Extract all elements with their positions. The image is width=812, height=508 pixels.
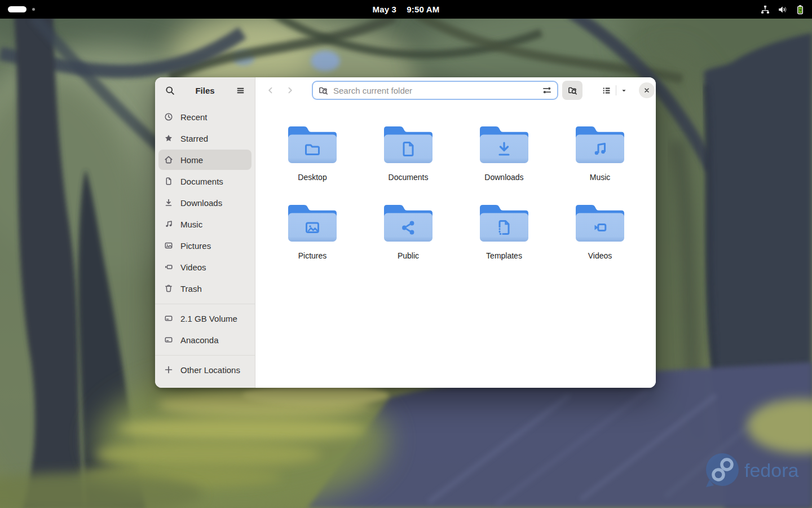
list-view-button[interactable] <box>597 86 616 95</box>
file-label: Templates <box>486 251 522 261</box>
workspace-pill-active[interactable] <box>8 6 27 12</box>
clock-date: May 3 <box>372 5 396 14</box>
folder-search-icon <box>568 86 577 95</box>
clock-icon <box>164 112 173 121</box>
image-icon <box>164 241 173 250</box>
search-filter-icon[interactable] <box>542 85 552 95</box>
sidebar-item-label: Music <box>180 220 202 229</box>
file-grid: Desktop Documents Downloads Music Pictur… <box>255 103 656 388</box>
app-title: Files <box>195 86 214 95</box>
file-label: Desktop <box>298 173 326 182</box>
close-button[interactable] <box>639 82 655 98</box>
clock[interactable]: May 3 9:50 AM <box>372 5 439 14</box>
folder-template-icon <box>477 201 531 244</box>
sidebar-separator <box>155 355 255 356</box>
workspace-dot[interactable] <box>32 8 35 11</box>
sidebar-separator <box>155 304 255 304</box>
header-bar <box>255 77 656 103</box>
home-icon <box>164 155 173 164</box>
view-menu-button[interactable] <box>616 87 632 94</box>
sidebar-item-label: Home <box>180 155 203 165</box>
back-button[interactable] <box>261 81 280 100</box>
battery-charging-icon <box>795 5 805 15</box>
file-music[interactable]: Music <box>552 122 648 182</box>
sidebar-list: RecentStarredHomeDocumentsDownloadsMusic… <box>155 103 255 388</box>
sidebar-item-label: Other Locations <box>180 365 240 375</box>
sidebar-item-label: 2.1 GB Volume <box>180 314 237 323</box>
file-pictures[interactable]: Pictures <box>264 201 360 261</box>
svg-text:fedora: fedora <box>744 459 798 481</box>
sidebar-item-label: Documents <box>180 177 223 186</box>
file-label: Music <box>590 173 611 182</box>
file-label: Public <box>398 251 419 261</box>
file-videos[interactable]: Videos <box>552 201 648 261</box>
file-label: Documents <box>389 173 429 182</box>
sidebar-item-anaconda[interactable]: Anaconda <box>158 330 251 350</box>
sidebar-item-label: Downloads <box>180 198 222 208</box>
close-icon <box>643 86 651 94</box>
workspace-indicator[interactable] <box>8 6 35 12</box>
star-icon <box>164 134 173 143</box>
sidebar-item-trash[interactable]: Trash <box>158 278 251 299</box>
file-downloads[interactable]: Downloads <box>456 122 552 182</box>
clock-time: 9:50 AM <box>407 5 439 14</box>
folder-image-icon <box>285 201 339 244</box>
forward-button[interactable] <box>280 81 299 100</box>
search-entry[interactable] <box>312 81 558 100</box>
sidebar-item-recent[interactable]: Recent <box>158 107 251 127</box>
file-label: Downloads <box>484 173 523 182</box>
sidebar-item-pictures[interactable]: Pictures <box>158 235 251 256</box>
search-button[interactable] <box>164 84 176 97</box>
files-window: Files <box>155 77 656 388</box>
sidebar-item-label: Videos <box>180 262 206 272</box>
sidebar-item-home[interactable]: Home <box>158 150 251 170</box>
sidebar-header: Files <box>155 77 255 103</box>
top-bar: May 3 9:50 AM <box>0 0 812 19</box>
sidebar-item-2-1-gb-volume[interactable]: 2.1 GB Volume <box>158 308 251 329</box>
file-documents[interactable]: Documents <box>360 122 456 182</box>
file-public[interactable]: Public <box>360 201 456 261</box>
sidebar-item-music[interactable]: Music <box>158 214 251 234</box>
folder-document-icon <box>381 122 435 165</box>
file-desktop[interactable]: Desktop <box>264 122 360 182</box>
view-options <box>597 81 632 100</box>
file-label: Pictures <box>298 251 327 261</box>
chevron-down-icon <box>620 87 628 94</box>
document-icon <box>164 177 173 186</box>
download-icon <box>164 198 173 207</box>
chevron-left-icon <box>266 86 275 95</box>
drive-icon <box>164 335 173 344</box>
sidebar-item-downloads[interactable]: Downloads <box>158 192 251 213</box>
volume-icon <box>778 5 788 15</box>
sidebar-item-other-locations[interactable]: Other Locations <box>158 360 251 380</box>
trash-icon <box>164 284 173 293</box>
sidebar-item-label: Pictures <box>180 241 211 251</box>
network-icon <box>760 5 770 15</box>
folder-search-icon <box>319 86 328 95</box>
sidebar-item-label: Trash <box>180 284 202 294</box>
system-status-area[interactable] <box>760 5 805 15</box>
hamburger-icon <box>236 86 245 95</box>
sidebar-item-documents[interactable]: Documents <box>158 171 251 191</box>
main-menu-button[interactable] <box>234 84 246 97</box>
folder-folder-icon <box>285 122 339 165</box>
sidebar-item-starred[interactable]: Starred <box>158 128 251 148</box>
music-icon <box>164 220 173 229</box>
list-view-icon <box>602 86 611 95</box>
sidebar-item-label: Recent <box>180 112 208 122</box>
search-toggle-button[interactable] <box>562 81 582 100</box>
file-templates[interactable]: Templates <box>456 201 552 261</box>
folder-download-icon <box>477 122 531 165</box>
sidebar-item-label: Starred <box>180 134 208 143</box>
plus-icon <box>164 365 173 374</box>
sidebar-item-videos[interactable]: Videos <box>158 257 251 277</box>
folder-share-icon <box>381 201 435 244</box>
chevron-right-icon <box>285 86 294 95</box>
sidebar-item-label: Anaconda <box>180 335 219 345</box>
drive-icon <box>164 314 173 323</box>
search-input[interactable] <box>328 86 542 95</box>
folder-music-icon <box>573 122 627 165</box>
file-label: Videos <box>588 251 612 261</box>
video-icon <box>164 262 173 271</box>
folder-video-icon <box>573 201 627 244</box>
